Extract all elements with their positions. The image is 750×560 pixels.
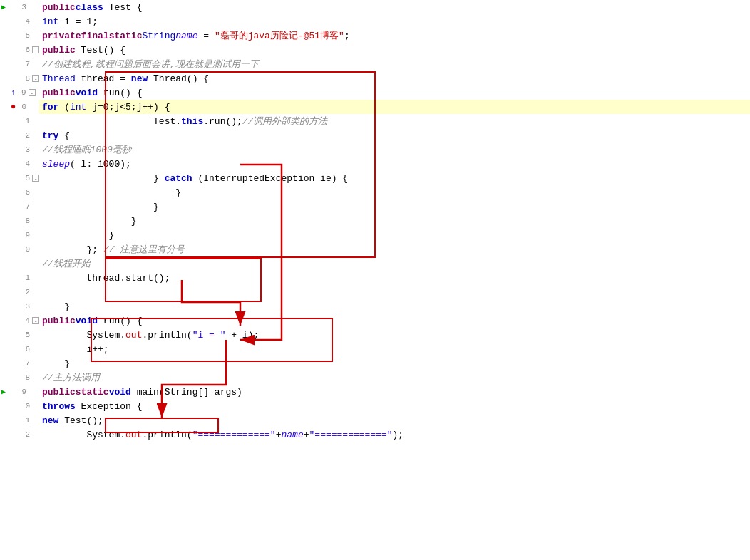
code-line: public Test() { <box>39 43 750 57</box>
code-line: Thread thread = new Thread() { <box>39 71 750 85</box>
gutter-row: 8- <box>0 71 39 85</box>
gutter-row: 5 <box>0 28 39 43</box>
gutter-row: 6 <box>0 342 39 356</box>
code-line: thread.start(); <box>39 271 750 285</box>
code-line: new Test(); <box>39 413 750 427</box>
code-line: Test.this.run();//调用外部类的方法 <box>39 114 750 128</box>
code-line: public static void main(String[] args) <box>39 385 750 399</box>
gutter-row: ▶3 <box>0 0 39 14</box>
code-line: }; // 注意这里有分号 <box>39 242 750 256</box>
code-line: try { <box>39 128 750 142</box>
gutter-row: 3 <box>0 299 39 313</box>
gutter-row: 8 <box>0 214 39 228</box>
gutter-row: 0 <box>0 242 39 256</box>
gutter-row: 5- <box>0 171 39 185</box>
code-line: sleep( l: 1000); <box>39 157 750 171</box>
code-line: int i = 1; <box>39 14 750 28</box>
code-line <box>39 285 750 299</box>
gutter-row: 8 <box>0 370 39 385</box>
line-gutter: ▶3456-78-↑9-●012345-678901234-5678▶9012 <box>0 0 39 560</box>
code-line: public void run() { <box>39 85 750 100</box>
code-line: } <box>39 228 750 242</box>
gutter-row: 1 <box>0 114 39 128</box>
gutter-row: ↑9- <box>0 85 39 100</box>
code-line: //线程开始 <box>39 256 750 271</box>
gutter-row: 4 <box>0 14 39 28</box>
code-line: throws Exception { <box>39 399 750 413</box>
code-line: } <box>39 214 750 228</box>
code-line: //线程睡眠1000毫秒 <box>39 142 750 157</box>
code-line: } <box>39 199 750 214</box>
gutter-row: 7 <box>0 57 39 71</box>
gutter-row: ▶9 <box>0 385 39 399</box>
gutter-row: 2 <box>0 128 39 142</box>
gutter-row: ●0 <box>0 100 39 114</box>
code-editor: ▶3456-78-↑9-●012345-678901234-5678▶9012 … <box>0 0 750 560</box>
code-line: //主方法调用 <box>39 370 750 385</box>
gutter-row: 5 <box>0 328 39 342</box>
gutter-row: 1 <box>0 413 39 427</box>
gutter-row: 4- <box>0 313 39 328</box>
code-line: } catch (InterruptedException ie) { <box>39 171 750 185</box>
gutter-row: 4 <box>0 157 39 171</box>
code-line: //创建线程,线程问题后面会讲,现在就是测试用一下 <box>39 57 750 71</box>
code-line: } <box>39 299 750 313</box>
gutter-row: 2 <box>0 427 39 442</box>
gutter-row: 0 <box>0 399 39 413</box>
code-content: public class Test { int i = 1; private f… <box>39 0 750 560</box>
code-line: System.out.println("i = " + i); <box>39 328 750 342</box>
code-line: System.out.println("============="+name+… <box>39 427 750 442</box>
code-line: private final static String name = "磊哥的j… <box>39 28 750 43</box>
code-line: public class Test { <box>39 0 750 14</box>
code-line: } <box>39 356 750 370</box>
gutter-row: 7 <box>0 356 39 370</box>
code-line: i++; <box>39 342 750 356</box>
code-line: } <box>39 185 750 199</box>
gutter-row: 6- <box>0 43 39 57</box>
gutter-row <box>0 256 39 271</box>
gutter-row: 1 <box>0 271 39 285</box>
code-line: public void run() { <box>39 313 750 328</box>
gutter-row: 9 <box>0 228 39 242</box>
gutter-row: 7 <box>0 199 39 214</box>
gutter-row: 6 <box>0 185 39 199</box>
gutter-row: 2 <box>0 285 39 299</box>
code-line: for (int j=0;j<5;j++) { <box>39 100 750 114</box>
gutter-row: 3 <box>0 142 39 157</box>
